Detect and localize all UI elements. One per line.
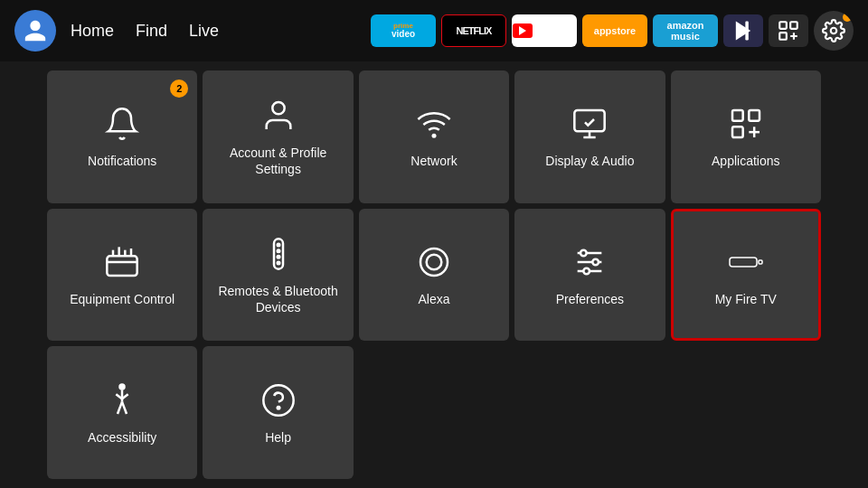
svg-point-30	[580, 250, 587, 257]
svg-point-25	[420, 249, 448, 276]
app-settings-button[interactable]	[814, 11, 854, 51]
grid-item-equipment-control[interactable]: Equipment Control	[47, 209, 197, 342]
grid-item-alexa[interactable]: Alexa	[359, 209, 509, 342]
app-netflix[interactable]: NETFLIX	[441, 14, 506, 47]
nav-home[interactable]: Home	[71, 18, 114, 44]
svg-rect-34	[759, 260, 762, 264]
grid-item-accessibility[interactable]: Accessibility	[47, 346, 197, 479]
svg-rect-2	[779, 22, 787, 29]
svg-rect-1	[745, 22, 749, 41]
grid-item-my-fire-tv[interactable]: My Fire TV	[671, 209, 821, 342]
sliders-icon	[570, 242, 609, 282]
svg-line-37	[118, 401, 122, 413]
settings-notification-dot	[843, 13, 852, 22]
svg-point-7	[831, 28, 837, 34]
my-fire-tv-label: My Fire TV	[715, 291, 777, 307]
nav-links: Home Find Live	[71, 18, 219, 44]
svg-rect-10	[575, 110, 605, 131]
svg-rect-18	[108, 256, 137, 276]
nav-live[interactable]: Live	[189, 18, 219, 44]
accessibility-label: Accessibility	[88, 429, 156, 446]
preferences-label: Preferences	[556, 291, 624, 307]
grid-item-network[interactable]: Network	[359, 70, 509, 203]
alexa-label: Alexa	[418, 291, 449, 307]
grid-item-account[interactable]: Account & Profile Settings	[203, 70, 353, 203]
accessibility-icon	[102, 380, 142, 420]
grid-item-display-audio[interactable]: Display & Audio	[514, 70, 665, 203]
applications-label: Applications	[712, 153, 780, 169]
svg-line-38	[122, 401, 127, 413]
svg-rect-15	[732, 127, 743, 138]
app-shortcuts: prime video NETFLIX YouTube appstore ama…	[371, 11, 854, 51]
svg-rect-3	[790, 22, 797, 29]
app-youtube[interactable]: YouTube	[512, 14, 577, 47]
bell-icon	[102, 104, 142, 144]
network-label: Network	[410, 153, 457, 169]
wifi-icon	[414, 104, 454, 144]
display-audio-label: Display & Audio	[545, 153, 634, 169]
app-firetv-channel[interactable]	[723, 14, 763, 47]
top-navigation: Home Find Live prime video NETFLIX YouTu…	[0, 0, 868, 61]
display-icon	[570, 104, 609, 144]
svg-point-35	[120, 384, 125, 389]
help-label: Help	[265, 429, 291, 446]
account-label: Account & Profile Settings	[212, 145, 344, 177]
notifications-badge: 2	[170, 80, 188, 98]
question-icon	[259, 380, 298, 420]
grid-item-remotes-bluetooth[interactable]: Remotes & Bluetooth Devices	[203, 209, 353, 342]
app-prime-video[interactable]: prime video	[371, 14, 436, 47]
remotes-bluetooth-label: Remotes & Bluetooth Devices	[212, 283, 344, 315]
equipment-control-label: Equipment Control	[70, 291, 175, 307]
settings-grid: 2 Notifications Account & Profile Settin…	[0, 61, 868, 488]
grid-item-help[interactable]: Help	[203, 346, 353, 479]
svg-rect-4	[779, 33, 787, 40]
nav-find[interactable]: Find	[136, 18, 167, 44]
apps-icon	[726, 104, 766, 144]
svg-point-26	[427, 255, 442, 270]
svg-point-8	[272, 102, 284, 114]
svg-rect-13	[732, 110, 743, 121]
tv-remote-icon	[102, 242, 142, 282]
user-avatar[interactable]	[14, 10, 56, 52]
svg-rect-33	[730, 258, 757, 267]
grid-item-notifications[interactable]: 2 Notifications	[47, 70, 197, 203]
remote-icon	[259, 234, 298, 274]
fire-stick-icon	[726, 242, 766, 282]
person-icon	[259, 96, 298, 136]
svg-point-39	[263, 385, 293, 415]
svg-rect-14	[749, 110, 760, 121]
app-appstore[interactable]: appstore	[582, 14, 647, 47]
notifications-label: Notifications	[88, 153, 156, 169]
alexa-icon	[414, 242, 454, 282]
app-amazon-music[interactable]: amazonmusic	[653, 14, 718, 47]
grid-item-preferences[interactable]: Preferences	[514, 209, 665, 342]
svg-point-32	[584, 268, 590, 275]
grid-item-applications[interactable]: Applications	[671, 70, 821, 203]
app-grid-button[interactable]	[769, 14, 808, 47]
svg-point-31	[593, 259, 599, 266]
